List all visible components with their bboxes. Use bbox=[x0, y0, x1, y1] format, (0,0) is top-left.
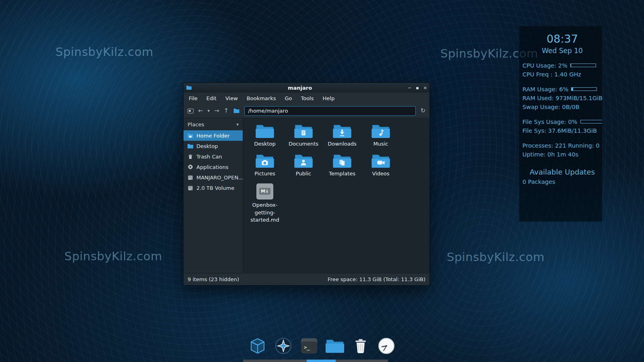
trash-icon bbox=[187, 154, 194, 159]
file-item-downloads[interactable]: Downloads bbox=[323, 124, 361, 148]
dock-clock[interactable] bbox=[377, 336, 396, 356]
sidebar-item-manjaro-volume[interactable]: MANJARO_OPEN... bbox=[184, 172, 243, 183]
home-icon bbox=[187, 133, 194, 138]
compass-browser-icon bbox=[275, 337, 292, 355]
conky-fs-detail: File Sys: 37.6MiB/11.3GiB bbox=[522, 126, 602, 135]
menu-file[interactable]: File bbox=[189, 95, 198, 101]
wallpaper-watermark: SpinsbyKilz.com bbox=[64, 249, 162, 263]
conky-cpu-freq: CPU Freq : 1.40 GHz bbox=[522, 70, 602, 79]
up-icon[interactable]: ↑ bbox=[224, 108, 229, 114]
close-button[interactable]: × bbox=[423, 86, 427, 90]
menu-view[interactable]: View bbox=[225, 95, 238, 101]
places-sidebar: Places ▾ Home Folder Desktop Trash Can bbox=[184, 118, 243, 273]
fs-usage-bar bbox=[580, 120, 603, 123]
folder-documents-icon bbox=[294, 124, 313, 138]
conky-updates-title: Available Updates bbox=[522, 167, 602, 177]
sidebar-item-trash[interactable]: Trash Can bbox=[184, 151, 243, 162]
cpu-usage-bar bbox=[570, 64, 596, 67]
reload-icon[interactable]: ↻ bbox=[420, 108, 425, 114]
desktop-wallpaper: SpinsbyKilz.com SpinsbyKilz.com SpinsbyK… bbox=[0, 0, 644, 362]
markdown-file-icon: M↓ bbox=[256, 183, 273, 200]
places-header[interactable]: Places ▾ bbox=[184, 118, 243, 130]
dock-openbox-config[interactable] bbox=[248, 336, 267, 356]
status-items-count: 9 items (23 hidden) bbox=[188, 276, 239, 282]
file-item-templates[interactable]: Templates bbox=[323, 154, 361, 178]
conky-clock: 08:37 bbox=[522, 33, 602, 45]
folder-public-icon bbox=[294, 154, 313, 168]
file-item-desktop[interactable]: Desktop bbox=[246, 124, 284, 148]
menu-help[interactable]: Help bbox=[323, 95, 335, 101]
conky-uptime: Uptime: 0h 1m 40s bbox=[522, 150, 602, 159]
file-item-music[interactable]: Music bbox=[361, 124, 400, 148]
status-free-space: Free space: 11.3 GiB (Total: 11.3 GiB) bbox=[328, 276, 425, 282]
dock-terminal[interactable]: >_ bbox=[299, 336, 319, 356]
clock-icon bbox=[378, 337, 395, 355]
file-item-public[interactable]: Public bbox=[284, 154, 323, 178]
minimize-button[interactable]: − bbox=[408, 86, 411, 90]
drive-icon bbox=[187, 185, 194, 191]
conky-ram-used: RAM Used: 973MiB/15.1GiB bbox=[522, 94, 602, 103]
folder-pictures-icon bbox=[256, 154, 274, 168]
window-title: manjaro bbox=[192, 85, 408, 91]
conky-cpu-usage: CPU Usage: 2% bbox=[522, 61, 602, 70]
file-item-videos[interactable]: Videos bbox=[361, 154, 400, 178]
history-dropdown-icon[interactable]: ▾ bbox=[208, 108, 210, 113]
folder-videos-icon bbox=[372, 154, 390, 168]
dock-web-browser[interactable] bbox=[274, 336, 293, 356]
file-list-view: Desktop Documents Downloads Music Pictur… bbox=[243, 118, 429, 273]
taskbar-sliver[interactable] bbox=[243, 360, 388, 362]
new-tab-icon[interactable] bbox=[188, 109, 194, 113]
folder-icon bbox=[256, 124, 274, 138]
forward-icon[interactable]: → bbox=[214, 108, 219, 114]
status-bar: 9 items (23 hidden) Free space: 11.3 GiB… bbox=[184, 273, 429, 285]
conky-fs-usage: File Sys Usage: 0% bbox=[522, 117, 602, 126]
file-manager-folder-icon bbox=[326, 338, 344, 354]
sidebar-item-desktop[interactable]: Desktop bbox=[184, 141, 243, 151]
folder-music-icon bbox=[372, 124, 390, 138]
window-folder-icon bbox=[186, 85, 192, 90]
sidebar-item-applications[interactable]: Applications bbox=[184, 162, 243, 172]
maximize-button[interactable]: ▪ bbox=[416, 86, 419, 90]
file-item-openbox-md[interactable]: M↓ Openbox-getting-started.md bbox=[246, 183, 284, 224]
menu-go[interactable]: Go bbox=[285, 95, 292, 101]
back-icon[interactable]: ← bbox=[198, 108, 203, 114]
conky-swap-usage: Swap Usage: 0B/0B bbox=[522, 103, 602, 111]
drive-icon bbox=[187, 175, 194, 181]
menu-bookmarks[interactable]: Bookmarks bbox=[247, 95, 276, 101]
menu-edit[interactable]: Edit bbox=[206, 95, 217, 101]
ram-usage-bar bbox=[571, 87, 597, 91]
conky-ram-usage: RAM Usage: 6% bbox=[522, 85, 602, 94]
sidebar-item-home[interactable]: Home Folder bbox=[184, 130, 243, 141]
dock: >_ bbox=[0, 336, 644, 356]
places-chevron-icon[interactable]: ▾ bbox=[236, 122, 239, 127]
home-folder-icon[interactable] bbox=[233, 108, 240, 113]
menu-tools[interactable]: Tools bbox=[301, 95, 314, 101]
folder-templates-icon bbox=[333, 154, 351, 168]
dock-file-manager[interactable] bbox=[325, 336, 345, 356]
toolbar: ← ▾ → ↑ ↻ bbox=[184, 104, 429, 118]
folder-downloads-icon bbox=[333, 124, 351, 138]
conky-date: Wed Sep 10 bbox=[522, 47, 602, 55]
folder-icon bbox=[187, 144, 194, 149]
sidebar-item-2tb-volume[interactable]: 2.0 TB Volume bbox=[184, 183, 243, 193]
wallpaper-watermark: SpinsbyKilz.com bbox=[56, 45, 153, 59]
file-item-documents[interactable]: Documents bbox=[284, 124, 323, 148]
conky-system-monitor: 08:37 Wed Sep 10 CPU Usage: 2% CPU Freq … bbox=[519, 26, 602, 222]
conky-processes: Processes: 221 Running: 0 bbox=[522, 141, 602, 150]
terminal-icon: >_ bbox=[301, 338, 317, 354]
trash-icon bbox=[352, 337, 369, 355]
file-manager-window: manjaro − ▪ × File Edit View Bookmarks G… bbox=[183, 82, 430, 286]
openbox-cube-icon bbox=[249, 337, 266, 355]
taskbar-sliver-progress bbox=[307, 360, 336, 362]
file-item-pictures[interactable]: Pictures bbox=[246, 154, 284, 178]
menu-bar: File Edit View Bookmarks Go Tools Help bbox=[184, 93, 429, 104]
wallpaper-watermark: SpinsbyKilz.com bbox=[447, 250, 545, 264]
applications-icon bbox=[187, 164, 194, 170]
conky-updates-count: 0 Packages bbox=[522, 177, 602, 186]
dock-trash[interactable] bbox=[351, 336, 370, 356]
path-input[interactable] bbox=[244, 106, 416, 116]
window-titlebar[interactable]: manjaro − ▪ × bbox=[184, 83, 429, 93]
